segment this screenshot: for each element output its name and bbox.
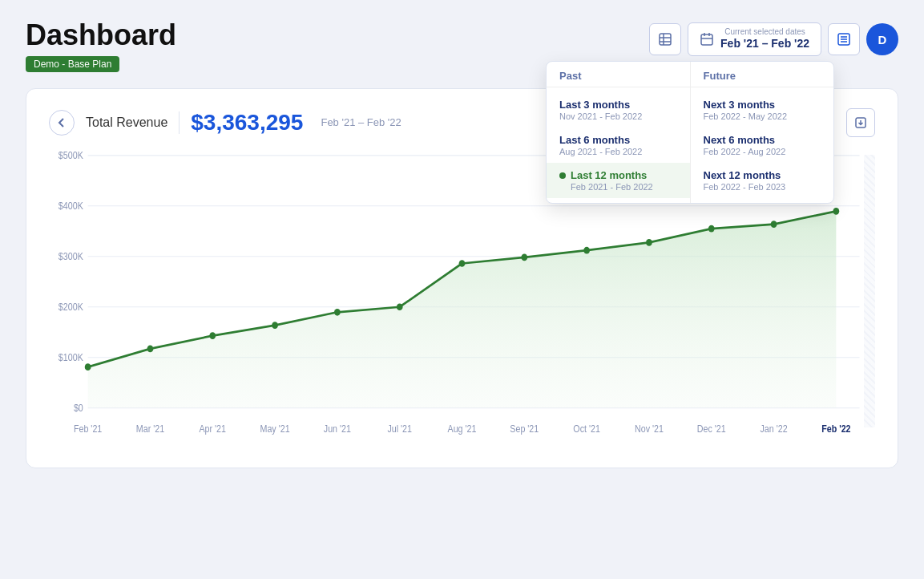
svg-text:$100K: $100K	[59, 352, 83, 362]
svg-text:$400K: $400K	[59, 200, 83, 211]
svg-point-33	[583, 246, 590, 253]
svg-text:Feb '21: Feb '21	[74, 423, 102, 434]
future-list: Next 3 months Feb 2022 - May 2022 Next 6…	[691, 87, 834, 203]
avatar-button[interactable]: D	[866, 23, 898, 55]
revenue-value: $3,363,295	[191, 110, 303, 136]
svg-point-25	[85, 363, 91, 370]
svg-rect-0	[660, 34, 671, 45]
past-item-3months[interactable]: Last 3 months Nov 2021 - Feb 2022	[547, 92, 690, 128]
date-range-button[interactable]: Current selected dates Feb '21 – Feb '22	[688, 22, 821, 56]
card-title: Total Revenue	[86, 115, 167, 130]
title-section: Dashboard Demo - Base Plan	[26, 19, 176, 72]
active-dot	[559, 172, 566, 179]
svg-point-28	[272, 322, 278, 329]
vertical-divider	[179, 111, 180, 134]
svg-text:Apr '21: Apr '21	[199, 423, 226, 434]
svg-rect-4	[701, 34, 712, 45]
svg-text:Feb '22: Feb '22	[821, 423, 850, 434]
svg-text:$200K: $200K	[59, 302, 83, 312]
list-icon-button[interactable]	[828, 23, 860, 55]
svg-text:Jun '21: Jun '21	[324, 423, 351, 434]
svg-point-35	[708, 225, 715, 232]
svg-text:$500K: $500K	[59, 150, 83, 160]
back-button[interactable]	[49, 110, 75, 136]
toolbar: Current selected dates Feb '21 – Feb '22…	[649, 22, 898, 56]
svg-text:$300K: $300K	[59, 251, 83, 261]
download-button[interactable]	[846, 108, 875, 137]
svg-text:May '21: May '21	[260, 423, 290, 434]
svg-point-29	[334, 309, 341, 316]
future-item-3months[interactable]: Next 3 months Feb 2022 - May 2022	[691, 92, 834, 128]
svg-point-26	[147, 345, 154, 352]
future-item-12months[interactable]: Next 12 months Feb 2022 - Feb 2023	[691, 163, 834, 198]
plan-badge: Demo - Base Plan	[26, 56, 119, 72]
svg-text:Nov '21: Nov '21	[635, 423, 664, 434]
svg-text:Aug '21: Aug '21	[448, 423, 477, 434]
svg-point-32	[521, 253, 527, 261]
svg-point-30	[397, 303, 403, 310]
svg-point-37	[833, 208, 839, 215]
date-dropdown: Past Future Last 3 months Nov 2021 - Feb…	[546, 61, 834, 204]
date-label-main: Feb '21 – Feb '22	[720, 36, 809, 51]
svg-text:Jul '21: Jul '21	[387, 423, 412, 434]
dropdown-body: Last 3 months Nov 2021 - Feb 2022 Last 6…	[547, 87, 833, 203]
svg-point-34	[646, 239, 652, 246]
card-left: Total Revenue $3,363,295 Feb '21 – Feb '…	[49, 110, 401, 136]
revenue-range: Feb '21 – Feb '22	[321, 116, 401, 128]
table-icon-button[interactable]	[649, 23, 681, 55]
svg-point-36	[771, 221, 777, 228]
past-item-6months[interactable]: Last 6 months Aug 2021 - Feb 2022	[547, 128, 690, 163]
page-header: Dashboard Demo - Base Plan Current selec…	[26, 19, 898, 72]
dropdown-header: Past Future	[547, 62, 833, 87]
date-label-small: Current selected dates	[720, 28, 809, 36]
svg-text:Dec '21: Dec '21	[697, 423, 726, 434]
page-title: Dashboard	[26, 19, 176, 51]
col-past: Past	[547, 62, 691, 87]
future-item-6months[interactable]: Next 6 months Feb 2022 - Aug 2022	[691, 128, 834, 163]
past-item-12months[interactable]: Last 12 months Feb 2021 - Feb 2022	[547, 163, 690, 198]
svg-text:Mar '21: Mar '21	[136, 423, 164, 434]
svg-point-27	[209, 332, 216, 339]
past-list: Last 3 months Nov 2021 - Feb 2022 Last 6…	[547, 87, 691, 203]
svg-point-31	[459, 260, 466, 267]
col-future: Future	[691, 62, 834, 87]
scrollbar-hint	[864, 155, 875, 427]
svg-text:$0: $0	[74, 403, 83, 413]
svg-text:Jan '22: Jan '22	[760, 423, 787, 434]
svg-text:Oct '21: Oct '21	[573, 423, 600, 434]
svg-text:Sep '21: Sep '21	[510, 423, 539, 434]
